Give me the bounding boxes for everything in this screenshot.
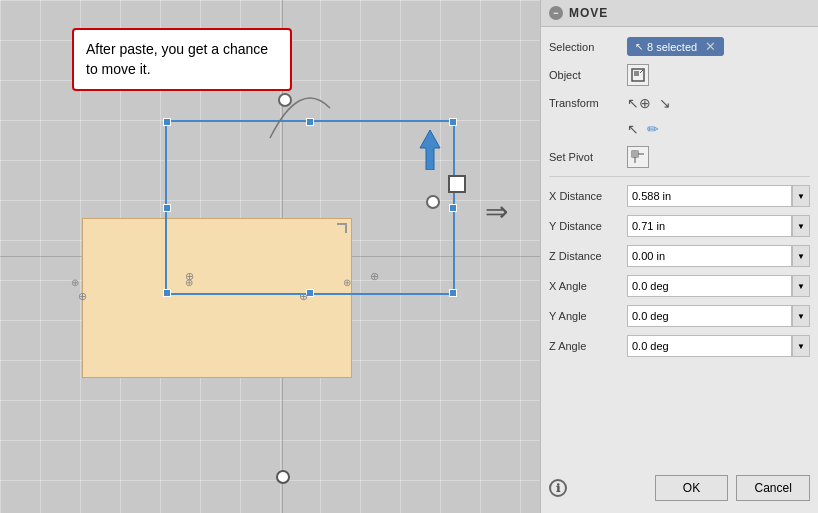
move-up-arrow (418, 130, 442, 173)
rotation-handle-top[interactable] (278, 93, 292, 107)
z-angle-dropdown[interactable]: ▼ (792, 335, 810, 357)
transform-icon-2[interactable]: ↘ (659, 95, 671, 111)
x-distance-field-group: ▼ (627, 185, 810, 207)
svg-rect-5 (632, 151, 638, 157)
x-angle-dropdown[interactable]: ▼ (792, 275, 810, 297)
transform-row: Transform ↖⊕ ↘ (541, 90, 818, 116)
transform-icon-3[interactable]: ↖ (627, 121, 639, 137)
x-angle-row: X Angle ▼ (541, 271, 818, 301)
y-angle-label: Y Angle (549, 310, 621, 322)
callout-text: After paste, you get a chance to move it… (86, 41, 268, 77)
move-panel: − MOVE Selection ↖ 8 selected ✕ Object (540, 0, 818, 513)
selection-label: Selection (549, 41, 621, 53)
x-angle-input[interactable] (627, 275, 792, 297)
panel-body: Selection ↖ 8 selected ✕ Object Transfor… (541, 27, 818, 367)
x-angle-label: X Angle (549, 280, 621, 292)
handle-bl[interactable] (163, 289, 171, 297)
crosshair-3: ⊕ (370, 270, 379, 283)
y-distance-input[interactable] (627, 215, 792, 237)
transform-row-2: ↖ ✏ (541, 116, 818, 142)
selection-clear-button[interactable]: ✕ (705, 39, 716, 54)
rotation-handle-right[interactable] (426, 195, 440, 209)
z-distance-field-group: ▼ (627, 245, 810, 267)
transform-icons: ↖⊕ ↘ (627, 95, 671, 111)
move-direction-arrow: ⇒ (485, 195, 508, 228)
selection-badge-cursor-icon: ↖ (635, 41, 643, 52)
panel-title: MOVE (569, 6, 608, 20)
crosshair-1: ⊕ (185, 270, 194, 283)
arc-indicator (260, 88, 340, 143)
set-pivot-row: Set Pivot (541, 142, 818, 172)
z-distance-row: Z Distance ▼ (541, 241, 818, 271)
set-pivot-label: Set Pivot (549, 151, 621, 163)
transform-label: Transform (549, 97, 621, 109)
z-angle-input[interactable] (627, 335, 792, 357)
move-handle-square[interactable] (448, 175, 466, 193)
object-label: Object (549, 69, 621, 81)
x-distance-row: X Distance ▼ (541, 181, 818, 211)
x-angle-field-group: ▼ (627, 275, 810, 297)
y-angle-field-group: ▼ (627, 305, 810, 327)
panel-footer: ℹ OK Cancel (541, 475, 818, 501)
set-pivot-button[interactable] (627, 146, 649, 168)
y-distance-label: Y Distance (549, 220, 621, 232)
ok-button[interactable]: OK (655, 475, 729, 501)
y-distance-dropdown[interactable]: ▼ (792, 215, 810, 237)
crosshair-4: ⊕ (78, 290, 87, 303)
selection-count: 8 selected (647, 41, 697, 53)
z-angle-field-group: ▼ (627, 335, 810, 357)
selection-badge[interactable]: ↖ 8 selected ✕ (627, 37, 724, 56)
y-angle-dropdown[interactable]: ▼ (792, 305, 810, 327)
y-angle-input[interactable] (627, 305, 792, 327)
transform-icons-2: ↖ ✏ (627, 121, 659, 137)
x-distance-input[interactable] (627, 185, 792, 207)
transform-icon-1[interactable]: ↖⊕ (627, 95, 651, 111)
panel-header: − MOVE (541, 0, 818, 27)
z-angle-label: Z Angle (549, 340, 621, 352)
object-row: Object (541, 60, 818, 90)
z-angle-row: Z Angle ▼ (541, 331, 818, 361)
z-distance-input[interactable] (627, 245, 792, 267)
symbol-left: ⊕ (71, 277, 79, 288)
bottom-pivot-circle[interactable] (276, 470, 290, 484)
info-button[interactable]: ℹ (549, 479, 567, 497)
z-distance-dropdown[interactable]: ▼ (792, 245, 810, 267)
z-distance-label: Z Distance (549, 250, 621, 262)
crosshair-2: ⊕ (299, 290, 308, 303)
object-icon-button[interactable] (627, 64, 649, 86)
handle-tr[interactable] (449, 118, 457, 126)
object-icon-svg (631, 68, 645, 82)
selection-row: Selection ↖ 8 selected ✕ (541, 33, 818, 60)
handle-ml[interactable] (163, 204, 171, 212)
transform-icon-pen[interactable]: ✏ (647, 121, 659, 137)
svg-marker-0 (420, 130, 440, 170)
handle-mr[interactable] (449, 204, 457, 212)
handle-br[interactable] (449, 289, 457, 297)
callout-box: After paste, you get a chance to move it… (72, 28, 292, 91)
divider-1 (549, 176, 810, 177)
x-distance-label: X Distance (549, 190, 621, 202)
cancel-button[interactable]: Cancel (736, 475, 810, 501)
pivot-icon-svg (631, 150, 645, 164)
y-distance-field-group: ▼ (627, 215, 810, 237)
selection-rect (165, 120, 455, 295)
panel-minimize-icon[interactable]: − (549, 6, 563, 20)
handle-tl[interactable] (163, 118, 171, 126)
x-distance-dropdown[interactable]: ▼ (792, 185, 810, 207)
y-angle-row: Y Angle ▼ (541, 301, 818, 331)
svg-rect-2 (634, 71, 639, 76)
canvas: After paste, you get a chance to move it… (0, 0, 540, 513)
y-distance-row: Y Distance ▼ (541, 211, 818, 241)
